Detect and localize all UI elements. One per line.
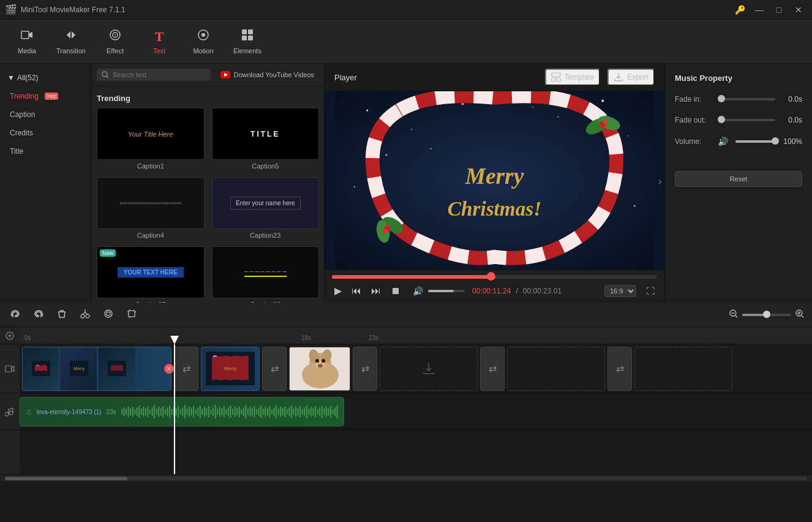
video-clip-1[interactable]: Merry ✕ xyxy=(22,347,171,391)
minimize-btn[interactable]: — xyxy=(751,4,768,16)
fade-out-thumb[interactable] xyxy=(718,116,725,123)
stop-btn[interactable]: ⏹ xyxy=(388,284,403,298)
search-box[interactable] xyxy=(97,69,211,81)
media-tool[interactable]: Media xyxy=(5,22,49,61)
template-btn[interactable]: Template xyxy=(545,69,601,86)
svg-rect-153 xyxy=(302,409,303,414)
thumbnail-caption37[interactable]: New YOUR TEXT HERE Caption37 xyxy=(97,246,205,303)
play-btn[interactable]: ▶ xyxy=(332,284,344,298)
prev-btn[interactable]: ⏮ xyxy=(349,284,364,298)
trending-section-title: Trending xyxy=(97,91,319,108)
sidebar-all[interactable]: ▼ All(52) xyxy=(0,69,91,87)
fade-in-thumb[interactable] xyxy=(718,95,725,102)
volume-slider[interactable] xyxy=(428,290,465,292)
close-btn[interactable]: ✕ xyxy=(790,4,807,16)
redo-icon xyxy=(33,308,44,319)
svg-rect-15 xyxy=(552,78,555,81)
caption4-preview: ■■■■■■■■■■■■■■■■■■■■■■■■ xyxy=(97,177,205,229)
svg-rect-95 xyxy=(176,408,177,415)
transition-marker-1[interactable]: ⇄ xyxy=(174,347,198,391)
thumbnail-caption38[interactable]: ─ ─ ─ ─ ─ ─ ─ ─ Caption38 xyxy=(212,246,320,303)
svg-rect-73 xyxy=(127,406,129,417)
zoom-in-btn[interactable] xyxy=(795,309,805,321)
progress-thumb[interactable] xyxy=(487,272,495,281)
tracks-area: 0s 18s 23s Merry ✕ xyxy=(20,327,812,474)
empty-slot-3[interactable] xyxy=(634,347,732,391)
fade-in-slider[interactable] xyxy=(718,98,775,100)
svg-rect-111 xyxy=(210,409,211,414)
sidebar-item-trending[interactable]: Trending Hot xyxy=(0,87,91,105)
effect-tool[interactable]: Effect xyxy=(93,22,137,61)
undo-icon xyxy=(10,308,21,319)
key-btn[interactable]: 🔑 xyxy=(731,4,748,16)
motion-tool[interactable]: Motion xyxy=(181,22,225,61)
sidebar-item-caption[interactable]: Caption xyxy=(0,105,91,124)
fullscreen-btn[interactable]: ⛶ xyxy=(644,285,657,297)
svg-rect-136 xyxy=(265,407,266,417)
undo-btn[interactable] xyxy=(7,306,23,324)
empty-slot-1[interactable] xyxy=(380,347,478,391)
thumbnail-caption23[interactable]: Enter your name here Caption23 xyxy=(212,177,320,239)
svg-rect-159 xyxy=(315,406,316,417)
title-label: Title xyxy=(10,147,23,156)
youtube-download-btn[interactable]: Download YouTube Videos xyxy=(216,69,320,81)
transition-marker-3[interactable]: ⇄ xyxy=(353,347,377,391)
export-btn[interactable]: Export xyxy=(607,69,655,86)
next-btn[interactable]: ⏭ xyxy=(369,284,383,298)
svg-point-32 xyxy=(603,119,608,124)
volume-slider-thumb[interactable] xyxy=(772,137,779,145)
add-icon[interactable] xyxy=(6,331,14,340)
elements-tool[interactable]: Elements xyxy=(225,22,269,61)
transition-marker-4[interactable]: ⇄ xyxy=(480,347,505,391)
maximize-btn[interactable]: □ xyxy=(770,4,788,16)
scroll-thumb[interactable] xyxy=(5,477,127,480)
text-tool[interactable]: T Text xyxy=(137,22,181,61)
sidebar-item-title[interactable]: Title xyxy=(0,142,91,161)
player-header-buttons: Template Export xyxy=(545,69,655,86)
progress-bar[interactable] xyxy=(332,275,657,279)
music-clip[interactable]: ♫ leva-eternity-149473 (1) 23s xyxy=(20,397,344,426)
svg-rect-97 xyxy=(180,409,181,414)
zoom-controls xyxy=(729,309,805,321)
thumbnail-caption5[interactable]: TITLE Caption5 xyxy=(212,108,320,170)
media-area: Download YouTube Videos Trending Your Ti… xyxy=(92,64,324,303)
transition-marker-5[interactable]: ⇄ xyxy=(607,347,632,391)
effect-icon xyxy=(108,28,122,45)
fade-out-slider[interactable] xyxy=(718,119,775,121)
transition-marker-2[interactable]: ⇄ xyxy=(262,347,287,391)
panel-expand-btn[interactable]: › xyxy=(658,173,662,187)
video-clip-2[interactable]: Merry xyxy=(201,347,260,391)
reset-btn[interactable]: Reset xyxy=(675,171,802,187)
redo-btn[interactable] xyxy=(31,306,47,324)
zoom-out-btn[interactable] xyxy=(729,309,739,321)
empty-slot-2[interactable] xyxy=(507,347,605,391)
music-volume-slider[interactable] xyxy=(735,140,775,143)
sidebar: ▼ All(52) Trending Hot Caption Credits T… xyxy=(0,64,92,303)
detach-audio-btn[interactable] xyxy=(100,306,116,324)
svg-point-20 xyxy=(462,103,464,105)
photo-clip-1[interactable] xyxy=(289,347,350,391)
search-input[interactable] xyxy=(113,71,206,78)
thumbnail-caption1[interactable]: Your Title Here Caption1 xyxy=(97,108,205,170)
svg-rect-114 xyxy=(217,409,218,415)
delete-btn[interactable] xyxy=(54,306,70,324)
crop-btn[interactable] xyxy=(124,306,140,324)
svg-rect-92 xyxy=(169,406,170,418)
hot-badge: Hot xyxy=(45,93,58,100)
volume-btn[interactable]: 🔊 xyxy=(410,285,426,297)
aspect-ratio-select[interactable]: 16:9 4:3 1:1 9:16 xyxy=(604,285,636,297)
transition-tool[interactable]: Transition xyxy=(49,22,93,61)
scroll-track[interactable] xyxy=(5,477,807,480)
fade-in-value: 0.0s xyxy=(780,95,802,104)
cut-btn[interactable] xyxy=(77,306,93,324)
thumbnail-caption4[interactable]: ■■■■■■■■■■■■■■■■■■■■■■■■ Caption4 xyxy=(97,177,205,239)
svg-rect-151 xyxy=(298,408,299,415)
zoom-thumb[interactable] xyxy=(763,311,770,318)
caption1-label: Caption1 xyxy=(97,162,205,170)
sidebar-item-credits[interactable]: Credits xyxy=(0,124,91,142)
svg-rect-129 xyxy=(249,407,250,417)
media-label: Media xyxy=(18,47,36,55)
zoom-slider[interactable] xyxy=(742,314,791,316)
svg-point-18 xyxy=(366,110,368,112)
fade-in-row: Fade in: 0.0s xyxy=(675,95,802,104)
